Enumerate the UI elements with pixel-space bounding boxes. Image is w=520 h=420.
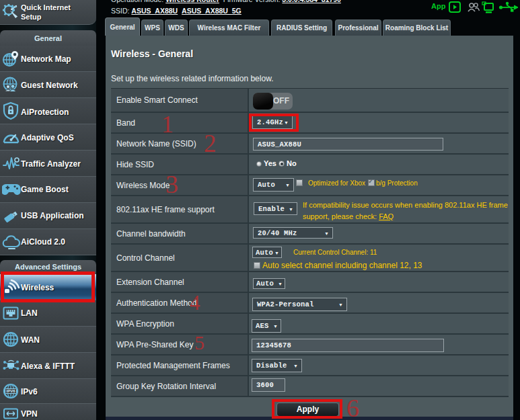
svg-text:IPV6: IPV6 xyxy=(6,389,15,393)
